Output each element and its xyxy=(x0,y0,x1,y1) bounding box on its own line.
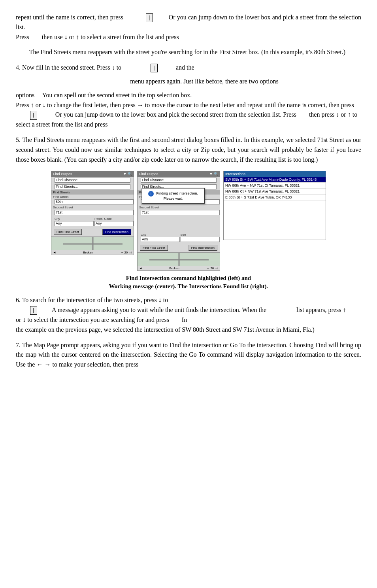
step4-options-text: options You can spell out the second str… xyxy=(16,92,192,98)
working-icon: i xyxy=(148,191,154,197)
left-broken-label: Broken xyxy=(83,251,93,254)
left-arrow-icon: ◄ xyxy=(53,251,56,254)
step-4-block: 4. Now fill in the second street. Press … xyxy=(16,63,361,130)
center-city-input[interactable]: Any xyxy=(141,237,180,242)
center-find-distance[interactable]: Find Distance xyxy=(141,178,217,183)
step4d-text: Press ↑ or ↓ to change the first letter,… xyxy=(16,102,354,108)
step6c-text: list appears, press ↑ xyxy=(296,306,346,313)
step4-then-press: then press ↓ or ↑ to xyxy=(309,111,357,118)
center-postal-input[interactable] xyxy=(181,237,220,242)
center-second-street-label: Second Street xyxy=(138,205,220,209)
center-btn-row: Find First Street Find Intersection xyxy=(138,243,220,252)
center-map-bottom: ◄ Broken ↔ 20 mi xyxy=(138,266,220,270)
page-content: repeat until the name is correct, then p… xyxy=(16,13,361,370)
left-panel-header: Find Purpos... ▼ 🔍 xyxy=(51,171,134,177)
step-6-block: 6. To search for the intersection of the… xyxy=(16,295,361,335)
step6d-in: In xyxy=(182,316,187,323)
left-panel: Find Purpos... ▼ 🔍 Find Distance Find St… xyxy=(51,171,134,255)
step4f-text: select a street from the list and press xyxy=(16,121,107,128)
center-city-label: City xyxy=(139,233,178,236)
step6d-text: the example on the previous page, we sel… xyxy=(16,326,315,333)
center-arrow-icon: ◄ xyxy=(139,267,142,270)
step4-text: 4. Now fill in the second street. Press … xyxy=(16,64,121,71)
left-find-streets[interactable]: Find Streets... xyxy=(55,184,130,189)
center-scale: ↔ 20 mi xyxy=(206,267,218,270)
left-second-street-input-row: 71st xyxy=(51,209,134,216)
left-header-text: Find Purpos... xyxy=(53,172,75,176)
step5-text: 5. The Find Streets menu reappears with … xyxy=(16,135,361,164)
left-find-first-street-btn[interactable]: Find First Street xyxy=(54,229,82,235)
left-city-label: City xyxy=(53,217,92,221)
enter-key-4: | xyxy=(30,306,37,315)
paragraph-2: The Find Streets menu reappears with the… xyxy=(16,47,361,57)
step-7-block: 7. The Map Page prompt appears, asking y… xyxy=(16,340,361,370)
step6b-text: A message appears asking you to wait whi… xyxy=(52,306,266,313)
para2-text: The Find Streets menu reappears with the… xyxy=(29,49,345,55)
right-panel-header: Intersections xyxy=(224,171,326,177)
enter-key-2: | xyxy=(151,64,158,72)
para1-then-use: then use ↓ or ↑ to select a street from … xyxy=(42,34,179,40)
left-postal-label: Postal Code xyxy=(93,217,132,221)
center-dropdown-row: Find Distance xyxy=(138,177,220,183)
center-panel-header: Find Purpos... ▼ 🔍 xyxy=(138,171,220,177)
step4b-text: and the xyxy=(176,64,194,71)
left-second-street-label: Second Street xyxy=(51,205,134,209)
center-postal-label: bde xyxy=(179,233,218,236)
center-header-icons: ▼ 🔍 xyxy=(209,172,218,176)
left-find-intersection-btn[interactable]: Find Intersection xyxy=(102,229,131,235)
right-panel: Intersections SW 80th St + SW 71st Ave M… xyxy=(223,171,326,240)
left-scale: ↔ 20 mi xyxy=(120,251,132,254)
left-second-street-input[interactable]: 71st xyxy=(55,210,134,215)
left-find-distance[interactable]: Find Distance xyxy=(55,178,130,183)
intersection-item-3[interactable]: E 80th St + S 71st E Ave Tulsa, OK 74133 xyxy=(224,195,326,200)
intersection-item-2[interactable]: NW 80th Ct + NW 71st Ave Tamarac, FL 333… xyxy=(224,189,326,195)
center-header-text: Find Purpos... xyxy=(139,172,161,176)
left-btn-row: Find First Street Find Intersection xyxy=(51,227,134,236)
left-first-street-input[interactable]: 80th xyxy=(55,199,134,204)
center-broken-label: Broken xyxy=(169,267,179,270)
center-second-street-input-row: 71st xyxy=(138,209,220,216)
step7-text: 7. The Map Page prompt appears, asking y… xyxy=(16,340,361,370)
intersection-item-1[interactable]: NW 80th Ave + NW 71st Ct Tamarac, FL 333… xyxy=(224,183,326,189)
center-find-first-street-btn[interactable]: Find First Street xyxy=(140,245,168,251)
left-find-streets-row: Find Streets... xyxy=(51,183,134,190)
enter-key-1: | xyxy=(146,13,153,22)
center-map-svg xyxy=(138,253,220,266)
left-first-street-input-row: 80th xyxy=(51,199,134,205)
working-msg: Finding street intersection. Please wait… xyxy=(156,192,198,201)
center-find-intersection-btn[interactable]: Find Intersection xyxy=(188,245,217,251)
figure-area: Find Purpos... ▼ 🔍 Find Distance Find St… xyxy=(16,171,361,271)
paragraph-1: repeat until the name is correct, then p… xyxy=(16,13,361,42)
step4e-text: Or you can jump down to the lower box an… xyxy=(55,111,296,118)
enter-key-3: | xyxy=(30,111,37,119)
step6-or-text: or ↓ to select the intersection you are … xyxy=(16,316,169,323)
left-city-postal-row: City Any Postal Code Any xyxy=(51,216,134,227)
para1-press-text: Press xyxy=(16,34,29,40)
left-map-bottom: ◄ Broken ↔ 20 mi xyxy=(51,250,134,255)
center-panel: Find Purpos... ▼ 🔍 Find Distance Find St… xyxy=(137,171,220,271)
figure-caption-line2: Working message (center). The Intersecti… xyxy=(16,282,361,291)
step6-text: 6. To search for the intersection of the… xyxy=(16,297,168,303)
intersection-item-0[interactable]: SW 80th St + SW 71st Ave Miami-Dade Coun… xyxy=(224,177,326,183)
figure-caption: Find Intersection command highlighted (l… xyxy=(16,274,361,291)
left-city-input[interactable]: Any xyxy=(55,221,94,226)
figure-caption-line1: Find Intersection command highlighted (l… xyxy=(16,274,361,282)
center-map-area xyxy=(138,252,220,266)
left-postal-input[interactable]: Any xyxy=(94,221,134,226)
left-dropdown-row: Find Distance xyxy=(51,177,134,183)
center-city-postal-row: City Any bde xyxy=(138,232,220,243)
para1-text: repeat until the name is correct, then p… xyxy=(16,14,123,21)
step4c-text: menu appears again. Just like before, th… xyxy=(130,78,278,85)
left-first-streets-label: Find Streets xyxy=(51,190,134,195)
step-5-block: 5. The Find Streets menu reappears with … xyxy=(16,135,361,164)
left-map-svg xyxy=(51,237,134,250)
left-first-street-label: First Street xyxy=(51,195,134,199)
working-overlay: i Finding street intersection. Please wa… xyxy=(141,188,205,204)
left-map-area xyxy=(51,236,134,250)
center-second-street-input[interactable]: 71st xyxy=(141,210,220,215)
left-header-icons: ▼ 🔍 xyxy=(123,172,132,176)
